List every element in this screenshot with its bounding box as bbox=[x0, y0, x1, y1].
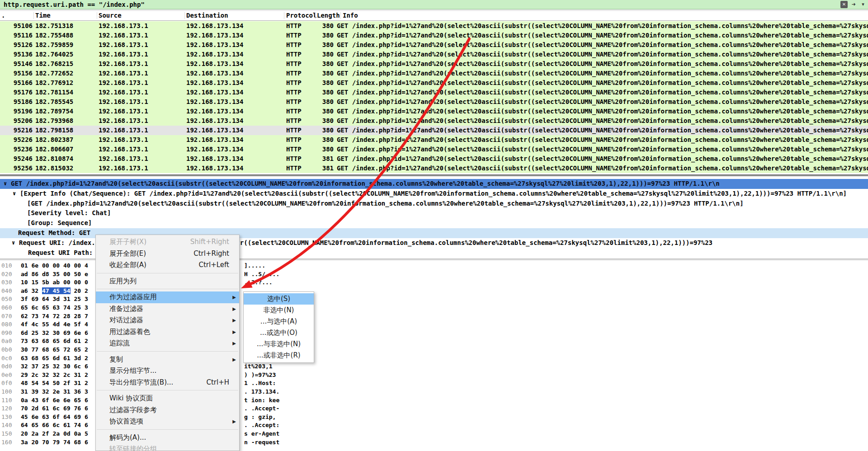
column-header-protocol[interactable]: Protocol bbox=[286, 11, 316, 20]
detail-line-expert-info-uri[interactable]: [GET /index.php?id=1%27and%20(select%20a… bbox=[0, 199, 868, 209]
packet-destination: 192.168.173.134 bbox=[186, 145, 243, 154]
hex-offset: 0f0 bbox=[1, 379, 12, 388]
column-separator[interactable] bbox=[284, 12, 284, 19]
packet-destination: 192.168.173.134 bbox=[186, 116, 243, 126]
filter-clear-icon[interactable]: ✕ bbox=[840, 1, 848, 8]
packet-time: 182.802387 bbox=[35, 135, 73, 145]
menu-item-expand-all[interactable]: 展开全部(E)Ctrl+Right bbox=[96, 248, 239, 260]
packet-row[interactable]: 95226182.802387192.168.173.1192.168.173.… bbox=[0, 135, 868, 145]
menu-item-protocol-preferences[interactable]: 协议首选项▶ bbox=[96, 416, 239, 428]
menu-item-copy[interactable]: 复制▶ bbox=[96, 354, 239, 366]
menu-item-filter-field-reference[interactable]: 过滤器字段参考 bbox=[96, 404, 239, 416]
tree-expand-icon[interactable]: ∨ bbox=[13, 189, 16, 199]
packet-source: 192.168.173.1 bbox=[99, 135, 148, 145]
menu-item-apply-as-column[interactable]: 应用为列 bbox=[96, 276, 239, 287]
packet-source: 192.168.173.1 bbox=[99, 126, 148, 135]
submenu-item-selected[interactable]: 选中(S) bbox=[244, 293, 314, 305]
packet-row[interactable]: 95116182.755488192.168.173.1192.168.173.… bbox=[0, 31, 868, 40]
column-separator[interactable] bbox=[315, 12, 316, 19]
submenu-item-and-selected[interactable]: ...与选中(A) bbox=[244, 316, 314, 327]
packet-source: 192.168.173.1 bbox=[99, 88, 148, 97]
packet-time: 182.798158 bbox=[35, 126, 73, 135]
packet-row[interactable]: 95136182.764025192.168.173.1192.168.173.… bbox=[0, 50, 868, 59]
filter-apply-icon[interactable]: ➜ bbox=[850, 1, 857, 8]
menu-item-expand-subtree[interactable]: 展开子树(X)Shift+Right bbox=[96, 236, 239, 248]
menu-item-go-to-linked-packet[interactable]: 转至链接的分组 bbox=[96, 443, 239, 451]
display-filter-input[interactable]: http.request.uri.path == "/index.php" bbox=[4, 0, 145, 9]
hex-offset: 0a0 bbox=[1, 337, 12, 346]
packet-source: 192.168.173.1 bbox=[99, 154, 148, 164]
menu-item-collapse-all[interactable]: 收起全部(A)Ctrl+Left bbox=[96, 259, 239, 271]
menu-item-apply-as-filter[interactable]: 作为过滤器应用▶ bbox=[96, 291, 239, 303]
column-header-length[interactable]: Length bbox=[317, 11, 340, 20]
detail-line-severity-level[interactable]: [Severity level: Chat] bbox=[0, 208, 868, 218]
tree-expand-icon[interactable]: ∨ bbox=[12, 238, 15, 248]
packet-time: 182.751318 bbox=[35, 21, 73, 31]
packet-source: 192.168.173.1 bbox=[99, 21, 148, 31]
packet-row[interactable]: 95146182.768215192.168.173.1192.168.173.… bbox=[0, 59, 868, 69]
packet-row[interactable]: 95186182.785545192.168.173.1192.168.173.… bbox=[0, 97, 868, 107]
packet-no: 95236 bbox=[0, 145, 33, 154]
menu-item-follow-stream[interactable]: 追踪流▶ bbox=[96, 338, 239, 349]
packet-row[interactable]: 95256182.815032192.168.173.1192.168.173.… bbox=[0, 164, 868, 173]
packet-row[interactable]: 95166182.776912192.168.173.1192.168.173.… bbox=[0, 78, 868, 88]
packet-row[interactable]: 95216182.798158192.168.173.1192.168.173.… bbox=[0, 126, 868, 135]
hex-bytes: 29 2c 32 32 2c 31 2 bbox=[21, 371, 88, 380]
submenu-item-and-not-selected[interactable]: ...与非选中(N) bbox=[244, 338, 314, 350]
menu-item-wiki-protocol-page[interactable]: Wiki 协议页面 bbox=[96, 393, 239, 404]
submenu-item-or-selected[interactable]: ...或选中(O) bbox=[244, 327, 314, 338]
detail-line-request-line[interactable]: ∨GET /index.php?id=1%27and%20(select%20a… bbox=[0, 179, 868, 189]
submenu-item-not-selected[interactable]: 非选中(N) bbox=[244, 305, 314, 316]
submenu-arrow-icon: ▶ bbox=[232, 354, 236, 366]
packet-time: 182.776912 bbox=[35, 78, 73, 88]
detail-line-group[interactable]: [Group: Sequence] bbox=[0, 218, 868, 228]
packet-no: 95206 bbox=[0, 116, 33, 126]
packet-row[interactable]: 95106182.751318192.168.173.1192.168.173.… bbox=[0, 21, 868, 31]
pane-splitter-top[interactable] bbox=[0, 174, 868, 176]
column-separator[interactable] bbox=[33, 12, 34, 19]
hex-offset: 120 bbox=[1, 404, 12, 413]
packet-row[interactable]: 95206182.793968192.168.173.1192.168.173.… bbox=[0, 116, 868, 126]
packet-time: 182.810874 bbox=[35, 154, 73, 164]
column-header-time[interactable]: Time bbox=[35, 11, 51, 20]
submenu-item-or-not-selected[interactable]: ...或非选中(R) bbox=[244, 350, 314, 361]
detail-line-expert-info[interactable]: ∨[Expert Info (Chat/Sequence): GET /inde… bbox=[0, 189, 868, 199]
hex-ascii: . .Accept- bbox=[244, 404, 279, 413]
packet-row[interactable]: 95126182.759859192.168.173.1192.168.173.… bbox=[0, 40, 868, 50]
hex-ascii: 1 ..Host: bbox=[244, 379, 276, 388]
packet-row[interactable]: 95156182.772652192.168.173.1192.168.173.… bbox=[0, 69, 868, 78]
detail-text: [Group: Sequence] bbox=[27, 218, 92, 228]
menu-item-label: 导出分组字节流(B)... bbox=[109, 377, 201, 389]
packet-row[interactable]: 95176182.781154192.168.173.1192.168.173.… bbox=[0, 88, 868, 97]
packet-destination: 192.168.173.134 bbox=[186, 107, 243, 116]
display-filter-bar[interactable]: http.request.uri.path == "/index.php" ✕ … bbox=[0, 0, 868, 9]
menu-item-decode-as[interactable]: 解码为(A)... bbox=[96, 432, 239, 444]
packet-row[interactable]: 95236182.806607192.168.173.1192.168.173.… bbox=[0, 145, 868, 154]
packet-length: 380 bbox=[312, 21, 334, 31]
packet-row[interactable]: 95246182.810874192.168.173.1192.168.173.… bbox=[0, 154, 868, 164]
menu-item-export-packet-bytes[interactable]: 导出分组字节流(B)...Ctrl+H bbox=[96, 377, 239, 389]
packet-destination: 192.168.173.134 bbox=[186, 78, 243, 88]
menu-item-show-packet-bytes[interactable]: 显示分组字节... bbox=[96, 365, 239, 377]
menu-item-label: 作为过滤器应用 bbox=[109, 291, 229, 303]
menu-item-prepare-as-filter[interactable]: 准备过滤器▶ bbox=[96, 303, 239, 315]
menu-item-conversation-filter[interactable]: 对话过滤器▶ bbox=[96, 315, 239, 326]
packet-row[interactable]: 95196182.789754192.168.173.1192.168.173.… bbox=[0, 107, 868, 116]
column-header-source[interactable]: Source bbox=[99, 11, 122, 20]
packet-info: GET /index.php?id=1%27and%20(select%20as… bbox=[337, 164, 868, 173]
menu-item-colorize-with-filter[interactable]: 用过滤器着色▶ bbox=[96, 326, 239, 338]
tree-expand-icon[interactable]: ∨ bbox=[4, 179, 7, 189]
filter-dropdown-icon[interactable]: ▾ bbox=[859, 1, 867, 8]
packet-info: GET /index.php?id=1%27and%20(select%20as… bbox=[337, 69, 868, 78]
column-separator[interactable] bbox=[184, 12, 185, 19]
column-separator[interactable] bbox=[340, 12, 341, 19]
column-header-destination[interactable]: Destination bbox=[186, 11, 228, 20]
submenu-arrow-icon: ▶ bbox=[232, 315, 236, 326]
packet-list-header: .TimeSourceDestinationProtocolLengthInfo bbox=[0, 10, 868, 21]
column-separator[interactable] bbox=[97, 12, 97, 19]
menu-item-label: 解码为(A)... bbox=[109, 432, 229, 444]
packet-length: 380 bbox=[312, 69, 334, 78]
packet-length: 380 bbox=[312, 78, 334, 88]
column-header-[interactable]: . bbox=[1, 11, 5, 20]
column-header-info[interactable]: Info bbox=[343, 11, 358, 20]
